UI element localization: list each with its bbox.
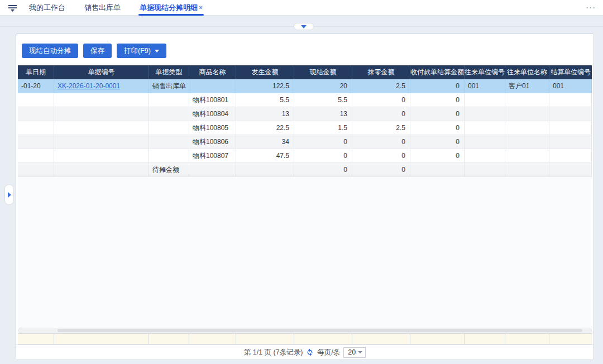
table-cell[interactable] <box>18 135 54 149</box>
table-cell[interactable]: 0 <box>352 135 410 149</box>
per-page-select[interactable]: 20 <box>343 347 366 358</box>
table-cell[interactable] <box>410 163 465 176</box>
more-options-icon[interactable]: ··· <box>586 4 596 12</box>
table-cell[interactable]: 0 <box>410 121 465 135</box>
table-cell[interactable]: 001 <box>465 79 505 93</box>
refresh-icon[interactable] <box>306 348 314 356</box>
table-cell[interactable] <box>149 135 189 149</box>
table-cell[interactable] <box>465 121 505 135</box>
document-number-link[interactable]: XK-2026-01-20-0001 <box>58 82 120 90</box>
table-cell[interactable] <box>465 163 505 176</box>
table-cell[interactable] <box>465 149 505 162</box>
table-cell[interactable]: 0 <box>352 93 410 107</box>
table-cell[interactable] <box>189 79 236 93</box>
save-button[interactable]: 保存 <box>83 44 112 58</box>
column-header-3[interactable]: 商品名称 <box>189 65 236 79</box>
table-cell[interactable] <box>54 93 149 107</box>
table-cell[interactable]: 0 <box>294 135 352 149</box>
table-cell[interactable] <box>505 107 549 121</box>
table-row[interactable]: 物料1008015.55.500 <box>18 93 592 107</box>
table-cell[interactable]: 5.5 <box>294 93 352 107</box>
column-header-0[interactable]: 单日期 <box>18 65 54 79</box>
table-cell[interactable] <box>549 149 592 162</box>
table-cell[interactable] <box>549 121 592 135</box>
column-header-8[interactable]: 往来单位编号 <box>465 65 505 79</box>
table-cell[interactable]: XK-2026-01-20-0001 <box>54 79 149 93</box>
table-cell[interactable]: 物料100807 <box>189 149 236 162</box>
tab-cash-settle-detail[interactable]: 单据现结分摊明细× <box>134 0 208 16</box>
table-cell[interactable]: 0 <box>410 79 465 93</box>
table-cell[interactable]: 0 <box>352 107 410 121</box>
column-header-10[interactable]: 结算单位编号 <box>549 65 592 79</box>
auto-allocate-button[interactable]: 现结自动分摊 <box>22 44 78 58</box>
table-cell[interactable] <box>54 135 149 149</box>
column-header-5[interactable]: 现结金额 <box>294 65 352 79</box>
table-cell[interactable] <box>149 149 189 162</box>
table-row[interactable]: 待摊金额00 <box>18 163 592 177</box>
table-row[interactable]: 物料100804131300 <box>18 107 592 121</box>
tab-sales-outbound[interactable]: 销售出库单 <box>79 0 126 16</box>
table-cell[interactable]: 0 <box>352 163 410 176</box>
table-cell[interactable]: 47.5 <box>236 149 294 162</box>
table-cell[interactable] <box>18 93 54 107</box>
table-cell[interactable] <box>465 107 505 121</box>
table-cell[interactable]: 001 <box>549 79 592 93</box>
column-header-7[interactable]: 收付款单结算金额 <box>410 65 465 79</box>
table-cell[interactable] <box>18 121 54 135</box>
table-cell[interactable] <box>18 107 54 121</box>
table-cell[interactable] <box>54 121 149 135</box>
table-cell[interactable] <box>465 135 505 149</box>
table-cell[interactable]: 物料100806 <box>189 135 236 149</box>
expand-sidebar-button[interactable] <box>4 184 14 205</box>
column-header-2[interactable]: 单据类型 <box>149 65 189 79</box>
table-cell[interactable] <box>54 163 149 176</box>
table-cell[interactable]: 13 <box>294 107 352 121</box>
table-row[interactable]: 物料10080747.5000 <box>18 149 592 163</box>
close-icon[interactable]: × <box>199 4 203 12</box>
table-cell[interactable]: -01-20 <box>18 79 54 93</box>
column-header-1[interactable]: 单据编号 <box>54 65 149 79</box>
table-cell[interactable]: 122.5 <box>236 79 294 93</box>
table-cell[interactable]: 销售出库单 <box>149 79 189 93</box>
table-cell[interactable] <box>189 163 236 176</box>
table-cell[interactable]: 物料100805 <box>189 121 236 135</box>
table-cell[interactable] <box>18 163 54 176</box>
table-cell[interactable] <box>149 107 189 121</box>
table-cell[interactable] <box>505 135 549 149</box>
table-cell[interactable] <box>54 107 149 121</box>
table-cell[interactable] <box>505 121 549 135</box>
table-cell[interactable] <box>149 93 189 107</box>
table-cell[interactable] <box>236 163 294 176</box>
table-cell[interactable]: 0 <box>294 163 352 176</box>
table-cell[interactable]: 22.5 <box>236 121 294 135</box>
table-cell[interactable] <box>465 93 505 107</box>
column-header-9[interactable]: 往来单位名称 <box>505 65 549 79</box>
horizontal-scrollbar[interactable] <box>18 328 592 333</box>
table-cell[interactable]: 物料100804 <box>189 107 236 121</box>
scrollbar-thumb[interactable] <box>58 329 582 332</box>
table-cell[interactable] <box>18 149 54 162</box>
table-cell[interactable]: 20 <box>294 79 352 93</box>
table-cell[interactable]: 2.5 <box>352 79 410 93</box>
table-cell[interactable]: 1.5 <box>294 121 352 135</box>
column-header-6[interactable]: 抹零金额 <box>352 65 410 79</box>
table-cell[interactable] <box>149 121 189 135</box>
tab-list-menu-icon[interactable] <box>8 3 18 12</box>
table-cell[interactable]: 13 <box>236 107 294 121</box>
table-row[interactable]: -01-20XK-2026-01-20-0001销售出库单122.5202.50… <box>18 79 592 93</box>
table-cell[interactable]: 0 <box>410 135 465 149</box>
table-cell[interactable]: 5.5 <box>236 93 294 107</box>
table-cell[interactable]: 0 <box>410 107 465 121</box>
table-cell[interactable]: 待摊金额 <box>149 163 189 176</box>
table-cell[interactable]: 0 <box>294 149 352 162</box>
table-cell[interactable] <box>54 149 149 162</box>
table-cell[interactable] <box>549 135 592 149</box>
table-cell[interactable]: 2.5 <box>352 121 410 135</box>
table-cell[interactable]: 34 <box>236 135 294 149</box>
column-header-4[interactable]: 发生金额 <box>236 65 294 79</box>
table-cell[interactable]: 物料100801 <box>189 93 236 107</box>
table-row[interactable]: 物料10080634000 <box>18 135 592 149</box>
table-cell[interactable] <box>549 93 592 107</box>
table-cell[interactable]: 0 <box>410 149 465 162</box>
table-cell[interactable]: 客户01 <box>505 79 549 93</box>
